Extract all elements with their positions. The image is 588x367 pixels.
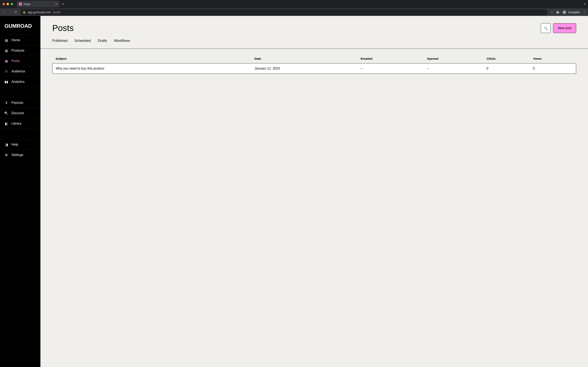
browser-tab[interactable]: G Posts ✕: [17, 1, 60, 7]
cell-date: January 12, 2023: [255, 67, 361, 70]
sidebar-item-payouts[interactable]: ＄ Payouts: [0, 98, 40, 108]
tabs: Published Scheduled Drafts Workflows: [40, 33, 588, 49]
sidebar-item-help[interactable]: ◨ Help: [0, 139, 40, 150]
close-tab-icon[interactable]: ✕: [55, 3, 58, 6]
posts-table: Subject Date Emailed Opened Clicks Views…: [40, 49, 588, 82]
sidebar-divider: [0, 129, 40, 139]
new-tab-button[interactable]: +: [62, 2, 64, 6]
sidebar-item-label: Home: [11, 38, 20, 42]
tabs-overflow-icon[interactable]: ▾: [584, 3, 586, 6]
window-controls: [2, 3, 13, 5]
page-header: Posts 🔍 New post: [40, 16, 588, 33]
sidebar-item-library[interactable]: ◧ Library: [0, 118, 40, 129]
sidebar-item-label: Discover: [11, 111, 24, 115]
sidebar-item-label: Posts: [11, 59, 20, 63]
url-host: app.gumroad.com: [28, 11, 51, 14]
cell-subject: Why you need to buy this product: [56, 67, 255, 70]
bar-chart-icon: ▮▮: [4, 80, 8, 83]
address-bar[interactable]: 🔒 app.gumroad.com/posts: [20, 9, 548, 15]
incognito-indicator[interactable]: ◉ Incognito: [562, 10, 580, 15]
col-subject: Subject: [56, 57, 255, 60]
table-row[interactable]: Why you need to buy this product January…: [52, 63, 576, 74]
sidebar-nav-secondary: ＄ Payouts 🔍 Discover ◧ Library: [0, 98, 40, 129]
col-emailed: Emailed: [361, 57, 427, 60]
main-content: Posts 🔍 New post Published Scheduled Dra…: [40, 16, 588, 367]
browser-toolbar: ← → ⟳ 🔒 app.gumroad.com/posts ☆ ▣ ◉ Inco…: [0, 8, 588, 16]
col-date: Date: [255, 57, 361, 60]
sidebar-item-label: Audience: [11, 69, 25, 73]
bookmark-star-icon[interactable]: ☆: [550, 10, 553, 14]
browser-titlebar: G Posts ✕ + ▾: [0, 0, 588, 8]
panel-icon[interactable]: ▣: [556, 10, 559, 14]
bookmark-icon: ◧: [4, 122, 8, 125]
sidebar-item-label: Help: [11, 143, 18, 146]
cell-views: 0: [533, 67, 573, 70]
sidebar-item-home[interactable]: ▤ Home: [0, 35, 40, 45]
dollar-icon: ＄: [4, 101, 8, 105]
new-post-label: New post: [558, 26, 571, 30]
col-opened: Opened: [427, 57, 486, 60]
sidebar-item-discover[interactable]: 🔍 Discover: [0, 108, 40, 118]
archive-icon: ▥: [4, 49, 8, 52]
sidebar-item-label: Products: [11, 49, 24, 52]
cell-emailed: --: [361, 67, 427, 70]
sidebar-item-label: Library: [11, 122, 21, 125]
users-icon: ⚇: [4, 69, 8, 73]
gear-icon: ⚙: [4, 153, 8, 157]
tabs-underline: [40, 49, 588, 49]
cell-opened: --: [427, 67, 486, 70]
back-icon[interactable]: ←: [2, 10, 5, 14]
reload-icon[interactable]: ⟳: [14, 10, 17, 14]
tab-drafts[interactable]: Drafts: [98, 39, 107, 49]
close-window-icon[interactable]: [2, 3, 5, 5]
table-header: Subject Date Emailed Opened Clicks Views: [52, 57, 576, 63]
tab-title: Posts: [24, 3, 53, 6]
sidebar-item-products[interactable]: ▥ Products: [0, 45, 40, 56]
sidebar-item-analytics[interactable]: ▮▮ Analytics: [0, 76, 40, 87]
sidebar-nav-primary: ▤ Home ▥ Products ▦ Posts ⚇ Audience ▮▮ …: [0, 35, 40, 87]
sidebar-item-label: Payouts: [11, 101, 23, 105]
book-icon: ◨: [4, 143, 8, 146]
incognito-icon: ◉: [562, 10, 567, 15]
tab-published[interactable]: Published: [52, 39, 68, 49]
search-icon: 🔍: [544, 26, 548, 30]
brand-wordmark: GUMROAD: [4, 23, 32, 29]
file-icon: ▦: [4, 59, 8, 63]
sidebar-item-settings[interactable]: ⚙ Settings: [0, 150, 40, 160]
url-path: /posts: [53, 11, 61, 14]
sidebar-item-posts[interactable]: ▦ Posts: [0, 56, 40, 66]
sidebar-item-label: Settings: [11, 153, 23, 157]
cell-clicks: 0: [486, 67, 533, 70]
new-post-button[interactable]: New post: [553, 23, 576, 33]
brand-logo[interactable]: GUMROAD: [0, 16, 40, 35]
minimize-window-icon[interactable]: [7, 3, 9, 5]
page-title: Posts: [52, 23, 541, 33]
sidebar-divider: [0, 87, 40, 98]
sidebar-item-audience[interactable]: ⚇ Audience: [0, 66, 40, 76]
search-button[interactable]: 🔍: [541, 23, 551, 33]
col-clicks: Clicks: [487, 57, 533, 60]
favicon-icon: G: [19, 2, 22, 6]
fullscreen-window-icon[interactable]: [11, 3, 13, 5]
sidebar: GUMROAD ▤ Home ▥ Products ▦ Posts ⚇ Audi…: [0, 16, 40, 367]
col-views: Views: [533, 57, 573, 60]
search-icon: 🔍: [4, 111, 8, 115]
sidebar-nav-footer: ◨ Help ⚙ Settings: [0, 139, 40, 160]
lock-icon: 🔒: [23, 11, 26, 14]
sidebar-item-label: Analytics: [11, 80, 25, 83]
tab-scheduled[interactable]: Scheduled: [75, 39, 91, 49]
kebab-menu-icon[interactable]: ⋮: [583, 10, 586, 14]
incognito-label: Incognito: [568, 11, 580, 14]
home-icon: ▤: [4, 38, 8, 42]
tab-workflows[interactable]: Workflows: [114, 39, 130, 49]
forward-icon[interactable]: →: [8, 10, 11, 14]
